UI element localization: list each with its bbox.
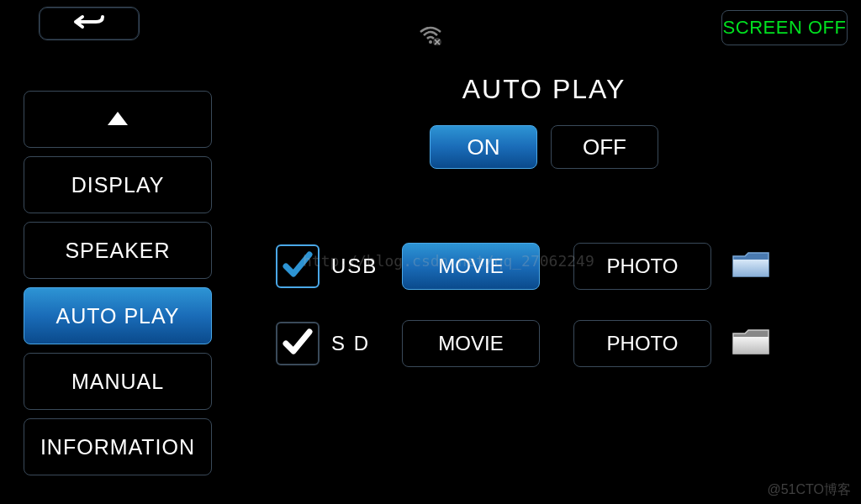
wifi-disabled-icon — [419, 25, 442, 49]
watermark-credit: @51CTO博客 — [767, 481, 851, 499]
usb-movie-button[interactable]: MOVIE — [402, 243, 540, 290]
sd-row: S D MOVIE PHOTO — [244, 320, 844, 367]
sd-movie-button[interactable]: MOVIE — [402, 320, 540, 367]
button-label: MOVIE — [438, 332, 503, 355]
sd-checkbox[interactable] — [276, 322, 320, 365]
usb-photo-button[interactable]: PHOTO — [573, 243, 711, 290]
sidebar-item-label: SPEAKER — [65, 239, 170, 263]
page-title: AUTO PLAY — [244, 74, 844, 105]
toggle-label: OFF — [583, 134, 626, 160]
autoplay-off-button[interactable]: OFF — [551, 125, 658, 169]
sidebar-item-speaker[interactable]: SPEAKER — [24, 222, 212, 279]
folder-icon — [730, 248, 772, 281]
menu-scroll-up[interactable] — [24, 91, 212, 148]
sidebar-item-label: MANUAL — [71, 370, 164, 394]
check-icon — [281, 327, 314, 360]
usb-row: USB MOVIE PHOTO — [244, 243, 844, 290]
sd-folder-button[interactable] — [730, 325, 772, 362]
sidebar-item-label: DISPLAY — [71, 173, 165, 197]
sidebar: DISPLAY SPEAKER AUTO PLAY MANUAL INFORMA… — [24, 91, 212, 484]
sd-label: S D — [331, 332, 390, 355]
screen-off-button[interactable]: SCREEN OFF — [721, 10, 848, 45]
autoplay-on-button[interactable]: ON — [430, 125, 537, 169]
sidebar-item-information[interactable]: INFORMATION — [24, 418, 212, 475]
back-icon — [71, 10, 108, 37]
button-label: PHOTO — [607, 332, 679, 355]
triangle-up-icon — [106, 108, 129, 132]
usb-checkbox[interactable] — [276, 244, 320, 288]
sidebar-item-auto-play[interactable]: AUTO PLAY — [24, 287, 212, 344]
sidebar-item-label: AUTO PLAY — [55, 304, 179, 328]
button-label: MOVIE — [438, 255, 503, 278]
content-panel: AUTO PLAY ON OFF USB MOVIE PHOTO — [244, 74, 844, 397]
button-label: PHOTO — [607, 255, 679, 278]
sidebar-item-manual[interactable]: MANUAL — [24, 353, 212, 410]
sidebar-item-display[interactable]: DISPLAY — [24, 156, 212, 213]
screen-off-label: SCREEN OFF — [723, 17, 847, 39]
folder-icon — [730, 325, 772, 359]
check-icon — [281, 249, 314, 283]
usb-folder-button[interactable] — [730, 248, 772, 285]
svg-point-0 — [429, 40, 432, 44]
sidebar-item-label: INFORMATION — [40, 435, 195, 459]
usb-label: USB — [331, 255, 390, 278]
sd-photo-button[interactable]: PHOTO — [573, 320, 711, 367]
back-button[interactable] — [39, 7, 140, 40]
autoplay-toggle-row: ON OFF — [244, 125, 844, 169]
toggle-label: ON — [467, 134, 500, 160]
